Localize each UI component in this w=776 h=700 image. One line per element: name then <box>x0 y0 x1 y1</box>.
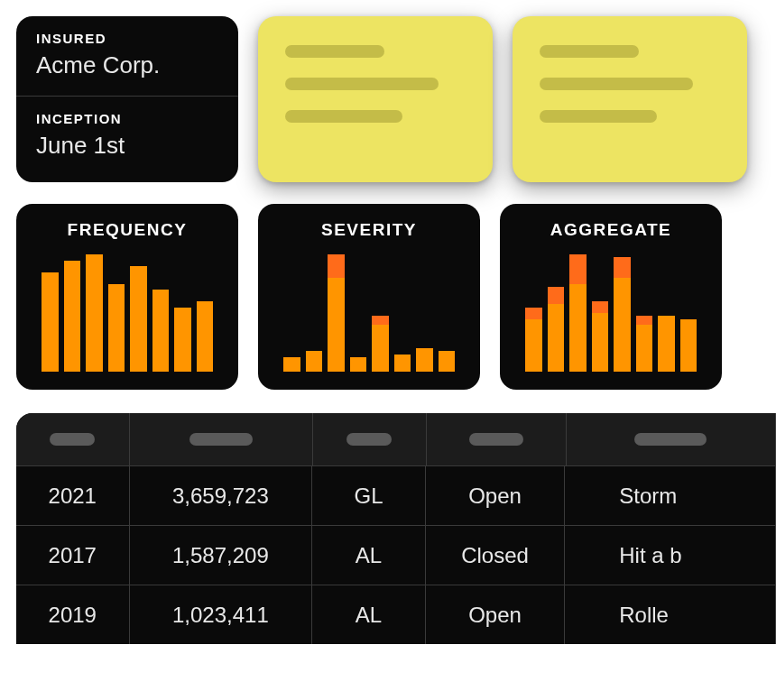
cell-status: Closed <box>426 526 565 585</box>
cell-code: GL <box>312 466 426 525</box>
sticky-line-icon <box>285 45 384 58</box>
sticky-note[interactable] <box>258 16 493 182</box>
chart-title: AGGREGATE <box>516 220 706 240</box>
chart-bar <box>283 254 300 372</box>
chart-aggregate[interactable]: AGGREGATE <box>500 204 722 390</box>
sticky-line-icon <box>540 78 693 90</box>
chart-bar <box>569 254 587 372</box>
chart-bars <box>516 254 706 372</box>
cell-desc: Rolle <box>565 585 776 644</box>
chart-bar <box>306 254 323 372</box>
cell-status: Open <box>426 466 565 525</box>
top-row: INSURED Acme Corp. INCEPTION June 1st <box>16 16 776 182</box>
cell-amount: 3,659,723 <box>130 466 313 525</box>
chart-bar <box>86 254 103 372</box>
chart-bar <box>592 254 609 372</box>
header-pill-icon <box>50 433 95 446</box>
table-row[interactable]: 2019 1,023,411 AL Open Rolle <box>16 585 776 644</box>
cell-desc: Hit a b <box>565 526 776 585</box>
header-pill-icon <box>469 433 523 446</box>
chart-bar <box>525 254 542 372</box>
sticky-line-icon <box>285 78 439 90</box>
chart-bar <box>548 254 565 372</box>
sticky-line-icon <box>540 110 657 123</box>
chart-bar <box>130 254 147 372</box>
table-header-cell[interactable] <box>567 413 776 465</box>
insured-section: INSURED Acme Corp. <box>16 16 238 96</box>
chart-bar <box>152 254 170 372</box>
chart-bar <box>636 254 653 372</box>
chart-bar <box>328 254 345 372</box>
chart-bar <box>614 254 631 372</box>
cell-desc: Storm <box>565 466 776 525</box>
header-pill-icon <box>346 433 392 446</box>
chart-title: SEVERITY <box>274 220 464 240</box>
cell-year: 2017 <box>16 526 130 585</box>
table-row[interactable]: 2021 3,659,723 GL Open Storm <box>16 465 776 525</box>
chart-frequency[interactable]: FREQUENCY <box>16 204 238 390</box>
cell-code: AL <box>312 526 426 585</box>
chart-bar <box>64 254 81 372</box>
chart-bar <box>416 254 433 372</box>
chart-title: FREQUENCY <box>32 220 222 240</box>
chart-severity[interactable]: SEVERITY <box>258 204 480 390</box>
chart-bar <box>174 254 191 372</box>
inception-section: INCEPTION June 1st <box>16 96 238 176</box>
chart-bar <box>350 254 367 372</box>
cell-amount: 1,587,209 <box>130 526 313 585</box>
info-card: INSURED Acme Corp. INCEPTION June 1st <box>16 16 238 182</box>
chart-bar <box>394 254 411 372</box>
cell-amount: 1,023,411 <box>130 585 313 644</box>
chart-bar <box>42 254 59 372</box>
table-header <box>16 413 776 465</box>
inception-value: June 1st <box>36 132 218 160</box>
table-header-cell[interactable] <box>16 413 130 465</box>
table-header-cell[interactable] <box>427 413 567 465</box>
chart-bar <box>658 254 675 372</box>
insured-value: Acme Corp. <box>36 51 218 79</box>
data-table: 2021 3,659,723 GL Open Storm 2017 1,587,… <box>16 413 776 644</box>
charts-row: FREQUENCY SEVERITY AGGREGATE <box>16 204 776 390</box>
table-header-cell[interactable] <box>313 413 427 465</box>
chart-bar <box>372 254 389 372</box>
sticky-note[interactable] <box>513 16 747 182</box>
header-pill-icon <box>189 433 253 446</box>
sticky-line-icon <box>285 110 402 123</box>
header-pill-icon <box>634 433 707 446</box>
chart-bars <box>274 254 464 372</box>
chart-bar <box>680 254 697 372</box>
table-row[interactable]: 2017 1,587,209 AL Closed Hit a b <box>16 525 776 585</box>
cell-year: 2019 <box>16 585 130 644</box>
table-header-cell[interactable] <box>130 413 313 465</box>
inception-label: INCEPTION <box>36 111 218 126</box>
cell-status: Open <box>426 585 565 644</box>
cell-year: 2021 <box>16 466 130 525</box>
chart-bars <box>32 254 222 372</box>
chart-bar <box>197 254 214 372</box>
cell-code: AL <box>312 585 426 644</box>
chart-bar <box>439 254 456 372</box>
insured-label: INSURED <box>36 31 218 46</box>
chart-bar <box>108 254 125 372</box>
sticky-line-icon <box>540 45 639 58</box>
